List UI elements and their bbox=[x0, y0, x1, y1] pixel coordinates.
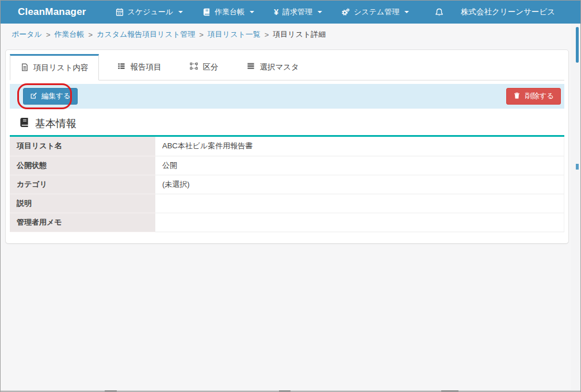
edit-button-label: 編集する bbox=[41, 91, 71, 101]
detail-card: 項目リスト内容 報告項目 区分 選択マスタ bbox=[5, 49, 569, 244]
breadcrumb-current: 項目リスト詳細 bbox=[273, 29, 326, 40]
row-label: 公開状態 bbox=[10, 156, 155, 175]
tab-label: 選択マスタ bbox=[259, 62, 299, 72]
delete-button[interactable]: 削除する bbox=[506, 88, 561, 105]
tab-label: 報告項目 bbox=[130, 62, 161, 72]
nav-menu-label: スケジュール bbox=[128, 7, 174, 17]
table-row: 管理者用メモ bbox=[10, 213, 564, 232]
caret-down-icon bbox=[404, 11, 409, 13]
breadcrumb: ポータル > 作業台帳 > カスタム報告項目リスト管理 > 項目リスト一覧 > … bbox=[1, 24, 568, 45]
calendar-icon bbox=[116, 8, 124, 16]
row-value: 公開 bbox=[155, 156, 564, 175]
breadcrumb-link-item-list[interactable]: 項目リスト一覧 bbox=[208, 29, 261, 40]
brand-logo[interactable]: CleanManager bbox=[18, 6, 86, 18]
navbar-right: 株式会社クリーンサービス bbox=[426, 1, 580, 24]
navbar: CleanManager スケジュール 作業台帳 ¥ 請求管理 bbox=[1, 1, 580, 24]
breadcrumb-separator: > bbox=[89, 30, 93, 39]
section-title: 基本情報 bbox=[35, 117, 77, 130]
breadcrumb-separator: > bbox=[265, 30, 269, 39]
main-menu: スケジュール 作業台帳 ¥ 請求管理 システム管理 bbox=[106, 1, 419, 24]
account-menu[interactable]: 株式会社クリーンサービス bbox=[453, 1, 563, 24]
tab-label: 区分 bbox=[202, 62, 218, 72]
scrollbar-mark bbox=[576, 164, 579, 170]
breadcrumb-separator: > bbox=[199, 30, 204, 39]
section-header: 基本情報 bbox=[19, 117, 564, 130]
nav-menu-worklog[interactable]: 作業台帳 bbox=[193, 1, 264, 24]
breadcrumb-link-custom-report-list-mgmt[interactable]: カスタム報告項目リスト管理 bbox=[97, 29, 195, 40]
nav-menu-label: 作業台帳 bbox=[215, 7, 244, 17]
tab-bar: 項目リスト内容 報告項目 区分 選択マスタ bbox=[10, 54, 564, 80]
trash-icon bbox=[513, 92, 521, 101]
table-row: 公開状態 公開 bbox=[10, 156, 564, 175]
vertical-scrollbar[interactable] bbox=[571, 24, 580, 390]
tab-report-items[interactable]: 報告項目 bbox=[107, 54, 171, 80]
table-row: 説明 bbox=[10, 194, 564, 213]
table-row: カテゴリ (未選択) bbox=[10, 175, 564, 194]
yen-icon: ¥ bbox=[274, 8, 278, 16]
align-justify-icon bbox=[247, 62, 255, 72]
object-group-icon bbox=[190, 62, 198, 72]
app-window: CleanManager スケジュール 作業台帳 ¥ 請求管理 bbox=[0, 0, 581, 392]
breadcrumb-link-worklog[interactable]: 作業台帳 bbox=[55, 29, 85, 40]
nav-menu-billing[interactable]: ¥ 請求管理 bbox=[264, 1, 332, 24]
row-label: 項目リスト名 bbox=[10, 137, 155, 156]
row-value bbox=[155, 213, 564, 232]
nav-menu-label: システム管理 bbox=[354, 7, 399, 17]
window-bottom-edge bbox=[1, 390, 580, 391]
caret-down-icon bbox=[250, 11, 254, 13]
caret-down-icon bbox=[318, 11, 322, 13]
nav-menu-system[interactable]: システム管理 bbox=[332, 1, 419, 24]
row-label: 管理者用メモ bbox=[10, 213, 155, 232]
row-value: (未選択) bbox=[155, 175, 564, 194]
breadcrumb-separator: > bbox=[46, 30, 51, 39]
gears-icon bbox=[342, 8, 350, 16]
book-icon bbox=[202, 8, 211, 16]
row-value: ABC本社ビル案件用報告書 bbox=[155, 137, 564, 156]
nav-menu-label: 請求管理 bbox=[282, 7, 312, 17]
edit-button[interactable]: 編集する bbox=[23, 88, 78, 105]
tab-label: 項目リスト内容 bbox=[33, 63, 88, 73]
breadcrumb-link-portal[interactable]: ポータル bbox=[12, 29, 42, 40]
row-value bbox=[155, 194, 564, 213]
detail-table: 項目リスト名 ABC本社ビル案件用報告書 公開状態 公開 カテゴリ (未選択) … bbox=[10, 137, 564, 232]
action-toolbar: 編集する 削除する bbox=[10, 84, 564, 109]
tab-item-list-content[interactable]: 項目リスト内容 bbox=[10, 54, 99, 80]
row-label: カテゴリ bbox=[10, 175, 155, 194]
tab-category[interactable]: 区分 bbox=[179, 54, 228, 80]
delete-button-label: 削除する bbox=[525, 91, 554, 101]
row-label: 説明 bbox=[10, 194, 155, 213]
nav-menu-schedule[interactable]: スケジュール bbox=[106, 1, 193, 24]
notifications-button[interactable] bbox=[426, 1, 453, 24]
book-icon bbox=[19, 117, 29, 130]
tab-select-master[interactable]: 選択マスタ bbox=[236, 54, 309, 80]
list-icon bbox=[117, 62, 125, 72]
edit-icon bbox=[30, 92, 37, 101]
bell-icon bbox=[435, 8, 444, 17]
table-row: 項目リスト名 ABC本社ビル案件用報告書 bbox=[10, 137, 564, 156]
scrollbar-thumb[interactable] bbox=[576, 27, 579, 63]
caret-down-icon bbox=[178, 11, 183, 13]
file-text-icon bbox=[21, 63, 29, 73]
